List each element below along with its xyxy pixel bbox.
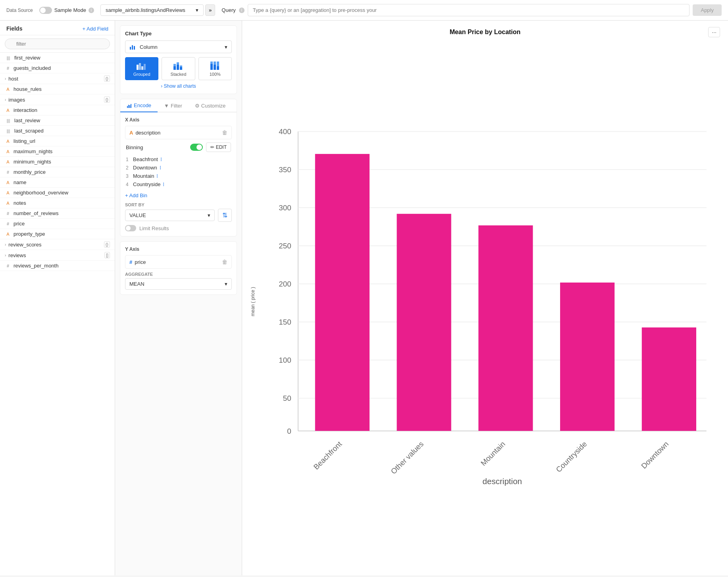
- field-item-interaction[interactable]: A interaction: [0, 105, 115, 115]
- x-axis-delete-button[interactable]: 🗑: [222, 129, 227, 136]
- field-name: guests_included: [13, 65, 110, 71]
- field-badge: {}: [104, 241, 110, 248]
- svg-rect-18: [217, 62, 219, 66]
- field-item-reviews[interactable]: › reviews []: [0, 250, 115, 261]
- field-item-name[interactable]: A name: [0, 177, 115, 188]
- column-chart-icon: [129, 44, 137, 50]
- datasource-dropdown[interactable]: sample_airbnb.listingsAndReviews ▾: [100, 4, 204, 16]
- field-item-reviews-per-month[interactable]: # reviews_per_month: [0, 261, 115, 271]
- field-item-number-of-reviews[interactable]: # number_of_reviews: [0, 208, 115, 219]
- field-item-review-scores[interactable]: › review_scores {}: [0, 239, 115, 250]
- tab-encode-label: Encode: [134, 102, 151, 108]
- field-name: number_of_reviews: [13, 210, 110, 216]
- field-item-maximum-nights[interactable]: A maximum_nights: [0, 146, 115, 157]
- x-label-mountain: Mountain: [479, 440, 507, 467]
- svg-rect-19: [127, 106, 128, 108]
- chart-variant-grouped[interactable]: Grouped: [125, 57, 158, 80]
- add-field-button[interactable]: + Add Field: [83, 26, 108, 32]
- field-item-price[interactable]: # price: [0, 219, 115, 229]
- aggregate-dropdown-arrow: ▾: [225, 281, 227, 287]
- x-label-beachfront: Beachfront: [312, 440, 344, 471]
- bin-name-countryside: Countryside: [133, 181, 160, 187]
- field-name: property_type: [13, 231, 110, 237]
- field-item-last-scraped[interactable]: ||| last_scraped: [0, 126, 115, 136]
- svg-rect-10: [177, 62, 179, 65]
- bin-item-1: 1 Beachfront ⁞: [125, 155, 232, 163]
- svg-rect-6: [144, 64, 146, 70]
- sample-mode-info-icon[interactable]: i: [89, 8, 94, 13]
- edit-label: EDIT: [216, 144, 227, 150]
- bin-num: 3: [126, 173, 131, 179]
- bin-dots-icon[interactable]: ⁞: [163, 181, 164, 187]
- chart-variants: Grouped Stacked: [125, 57, 232, 80]
- field-date-icon: |||: [5, 118, 12, 123]
- x-axis-title: X Axis: [125, 117, 232, 123]
- query-input[interactable]: [248, 4, 690, 16]
- bin-dots-icon[interactable]: ⁞: [160, 156, 162, 162]
- sort-row: VALUE ▾ ⇅: [125, 209, 232, 222]
- arrow-button[interactable]: »: [205, 4, 215, 16]
- bin-dots-icon[interactable]: ⁞: [160, 165, 161, 171]
- bin-dots-icon[interactable]: ⁞: [156, 173, 158, 179]
- sort-order-button[interactable]: ⇅: [218, 209, 232, 222]
- svg-rect-2: [134, 46, 135, 50]
- chart-type-label: Column: [140, 44, 158, 50]
- y-tick-300: 300: [279, 204, 291, 212]
- field-item-monthly-price[interactable]: # monthly_price: [0, 167, 115, 177]
- y-tick-200: 200: [279, 280, 291, 288]
- field-item-host[interactable]: › host {}: [0, 73, 115, 84]
- field-item-guests-included[interactable]: # guests_included: [0, 63, 115, 73]
- apply-button[interactable]: Apply: [693, 4, 722, 16]
- tab-customize[interactable]: ⚙ Customize: [189, 99, 232, 112]
- edit-button[interactable]: ✏ EDIT: [206, 142, 231, 152]
- toggle-knob: [40, 8, 46, 13]
- field-item-minimum-nights[interactable]: A minimum_nights: [0, 157, 115, 167]
- field-item-images[interactable]: › images {}: [0, 94, 115, 105]
- field-item-property-type[interactable]: A property_type: [0, 229, 115, 239]
- chart-variant-100[interactable]: 100%: [198, 57, 232, 80]
- field-item-neighborhood-overview[interactable]: A neighborhood_overview: [0, 188, 115, 198]
- field-item-first-review[interactable]: ||| first_review: [0, 53, 115, 63]
- bar-downtown: [642, 327, 696, 431]
- field-item-notes[interactable]: A notes: [0, 198, 115, 208]
- field-text-icon: A: [5, 232, 11, 237]
- sample-mode-toggle[interactable]: [39, 7, 52, 14]
- sidebar-header: Fields + Add Field: [0, 21, 115, 35]
- chart-type-dropdown[interactable]: Column ▾: [125, 40, 232, 53]
- field-item-listing-url[interactable]: A listing_url: [0, 136, 115, 146]
- search-input[interactable]: [5, 38, 110, 49]
- show-all-charts-link[interactable]: › Show all charts: [125, 83, 232, 89]
- encode-tabs: Encode ▼ Filter ⚙ Customize: [120, 99, 237, 112]
- tab-encode[interactable]: Encode: [120, 99, 158, 112]
- y-tick-350: 350: [279, 165, 291, 174]
- x-axis-section: X Axis A description 🗑 Binning ✏ EDIT: [125, 117, 232, 231]
- field-name: notes: [13, 200, 110, 206]
- field-item-last-review[interactable]: ||| last_review: [0, 115, 115, 126]
- field-name: last_review: [14, 117, 110, 123]
- chart-variant-stacked[interactable]: Stacked: [162, 57, 195, 80]
- field-text-icon: A: [5, 149, 11, 154]
- grouped-icon: [136, 61, 147, 70]
- tab-filter[interactable]: ▼ Filter: [158, 99, 189, 112]
- field-item-house-rules[interactable]: A house_rules: [0, 84, 115, 94]
- query-info-icon[interactable]: i: [239, 8, 245, 13]
- field-badge: {}: [104, 75, 110, 82]
- limit-results-toggle[interactable]: [125, 225, 136, 231]
- y-tick-100: 100: [279, 356, 291, 364]
- limit-toggle-knob: [126, 226, 131, 231]
- field-text-icon: A: [5, 139, 11, 144]
- aggregate-dropdown[interactable]: MEAN ▾: [125, 278, 232, 290]
- binning-toggle[interactable]: [190, 144, 203, 151]
- svg-rect-3: [137, 65, 139, 70]
- customize-icon: ⚙: [195, 103, 200, 109]
- expand-arrow-icon: ›: [5, 253, 6, 258]
- y-axis-delete-button[interactable]: 🗑: [222, 259, 227, 265]
- fields-sidebar: Fields + Add Field 🔍 ||| first_review # …: [0, 21, 115, 575]
- encode-icon: [127, 103, 132, 108]
- add-bin-button[interactable]: + Add Bin: [125, 192, 232, 199]
- sort-select-dropdown[interactable]: VALUE ▾: [125, 210, 215, 221]
- chart-more-button[interactable]: ···: [708, 27, 720, 37]
- chart-title: Mean Price by Location: [450, 29, 521, 36]
- chart-type-title: Chart Type: [125, 31, 232, 37]
- svg-rect-4: [139, 63, 141, 70]
